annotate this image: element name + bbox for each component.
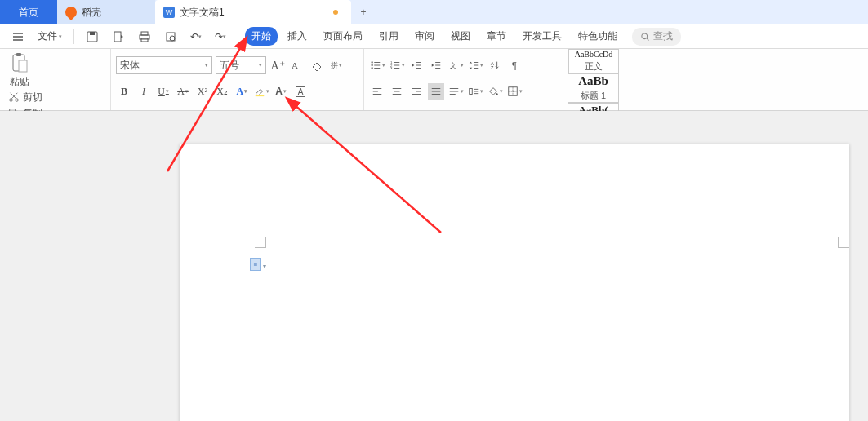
style-label: 正文 <box>585 60 603 73</box>
paste-label: 粘贴 <box>10 75 29 89</box>
underline-button[interactable]: U <box>155 83 171 100</box>
export-button[interactable] <box>107 28 130 46</box>
bullets-button[interactable] <box>369 57 385 73</box>
shrink-font-button[interactable]: A⁻ <box>289 57 305 73</box>
borders-button[interactable] <box>506 83 523 100</box>
superscript-button[interactable]: X² <box>194 83 211 100</box>
font-group: 宋体▾ 五号▾ A⁺ A⁻ 拼 B I U A X² X₂ A A A <box>111 49 364 110</box>
menu-tab-page-layout[interactable]: 页面布局 <box>317 27 369 46</box>
indent-icon <box>430 60 442 71</box>
paint-bucket-icon <box>487 86 499 97</box>
search-label: 查找 <box>653 29 673 43</box>
print-icon <box>138 30 151 43</box>
font-family-select[interactable]: 宋体▾ <box>116 56 212 74</box>
tab-document[interactable]: W 文字文稿1 <box>155 0 351 24</box>
undo-button[interactable]: ↶▾ <box>185 28 207 46</box>
tab-settings-button[interactable] <box>467 83 483 100</box>
menu-tab-special[interactable]: 特色功能 <box>572 27 624 46</box>
bold-button[interactable]: B <box>116 83 132 100</box>
font-color-button[interactable]: A <box>273 83 289 100</box>
svg-point-7 <box>170 36 175 41</box>
show-formatting-button[interactable]: ¶ <box>506 57 523 73</box>
paragraph-group: 123 文 AZ ¶ <box>364 49 568 110</box>
style-normal[interactable]: AaBbCcDd 正文 <box>568 49 619 73</box>
chevron-down-icon: ▾ <box>198 33 202 40</box>
menu-tab-start[interactable]: 开始 <box>245 27 278 46</box>
paste-button[interactable]: 粘贴 <box>5 52 34 89</box>
new-tab-button[interactable]: + <box>351 0 376 24</box>
decrease-indent-button[interactable] <box>408 57 425 73</box>
border-icon <box>507 86 519 97</box>
print-preview-icon <box>164 30 177 43</box>
menu-tab-review[interactable]: 审阅 <box>408 27 441 46</box>
menu-tab-developer[interactable]: 开发工具 <box>516 27 568 46</box>
print-preview-button[interactable] <box>159 28 182 46</box>
style-heading1[interactable]: AaBb 标题 1 <box>568 73 619 103</box>
search-button[interactable]: 查找 <box>632 28 681 46</box>
document-area: ≡ ▾ <box>0 111 868 421</box>
grow-font-button[interactable]: A⁺ <box>269 57 286 73</box>
chevron-down-icon: ▾ <box>263 263 266 270</box>
numbering-button[interactable]: 123 <box>389 57 405 73</box>
app-tabs: 首页 稻壳 W 文字文稿1 + <box>0 0 868 24</box>
shading-button[interactable] <box>487 83 503 100</box>
margin-corner-icon <box>838 237 849 248</box>
style-preview: AaBbCcDd <box>575 50 613 59</box>
align-distribute-icon <box>448 86 460 97</box>
sort-button[interactable]: AZ <box>487 57 503 73</box>
search-icon <box>640 32 650 42</box>
clear-format-button[interactable] <box>309 57 325 73</box>
word-doc-icon: W <box>163 7 175 18</box>
print-button[interactable] <box>133 28 156 46</box>
text-effects-button[interactable]: A <box>234 83 250 100</box>
tab-daoke[interactable]: 稻壳 <box>57 0 155 24</box>
align-distribute-button[interactable] <box>447 83 464 100</box>
document-page[interactable]: ≡ ▾ <box>180 144 849 421</box>
align-justify-button[interactable] <box>428 83 444 100</box>
pinyin-button[interactable]: 拼 <box>328 57 345 73</box>
svg-text:3: 3 <box>389 66 392 70</box>
svg-rect-3 <box>141 32 148 35</box>
app-menu-button[interactable] <box>7 28 29 46</box>
bullets-icon <box>370 60 381 71</box>
subscript-button[interactable]: X₂ <box>214 83 230 100</box>
file-menu[interactable]: 文件 ▾ <box>33 28 67 46</box>
line-spacing-icon <box>468 60 479 71</box>
tab-home[interactable]: 首页 <box>0 0 57 24</box>
increase-indent-button[interactable] <box>428 57 444 73</box>
scissors-icon <box>8 91 20 103</box>
separator <box>73 29 74 44</box>
menu-tab-references[interactable]: 引用 <box>372 27 405 46</box>
eraser-icon <box>310 59 323 72</box>
svg-rect-2 <box>114 32 121 42</box>
svg-rect-1 <box>90 32 95 35</box>
italic-button[interactable]: I <box>136 83 152 100</box>
font-size-select[interactable]: 五号▾ <box>216 56 266 74</box>
save-icon <box>86 30 99 43</box>
section-options-button[interactable]: ≡ <box>250 258 261 271</box>
export-icon <box>112 30 125 43</box>
align-center-button[interactable] <box>389 83 405 100</box>
chevron-down-icon: ▾ <box>259 62 262 69</box>
svg-point-13 <box>10 99 13 102</box>
highlight-button[interactable] <box>253 83 269 100</box>
align-right-button[interactable] <box>408 83 425 100</box>
cut-button[interactable]: 剪切 <box>8 89 105 105</box>
text-direction-button[interactable]: 文 <box>447 57 464 73</box>
redo-button[interactable]: ↷▾ <box>210 28 231 46</box>
menu-tab-sections[interactable]: 章节 <box>480 27 513 46</box>
menu-tab-view[interactable]: 视图 <box>444 27 477 46</box>
strike-button[interactable]: A <box>175 83 191 100</box>
chevron-down-icon: ▾ <box>205 62 208 69</box>
char-border-button[interactable]: A <box>292 83 309 100</box>
menu-tab-insert[interactable]: 插入 <box>281 27 314 46</box>
save-button[interactable] <box>81 28 104 46</box>
char-border-a: A <box>296 86 306 97</box>
ribbon: 粘贴 剪切 复制 格式刷 宋体▾ 五号▾ A⁺ A⁻ 拼 B <box>0 49 868 111</box>
font-color-a: A <box>275 86 283 97</box>
align-left-button[interactable] <box>369 83 385 100</box>
line-spacing-button[interactable] <box>467 57 483 73</box>
margin-corner-icon <box>255 237 266 248</box>
svg-point-22 <box>371 67 372 69</box>
undo-icon: ↶ <box>190 31 198 42</box>
